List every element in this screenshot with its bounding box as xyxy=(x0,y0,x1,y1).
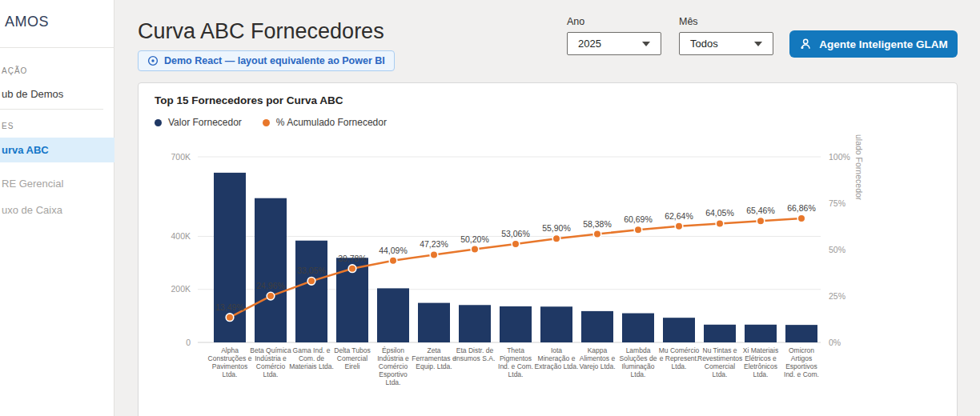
right-axis-tick-label: 50% xyxy=(829,245,845,254)
legend-dot-navy xyxy=(155,119,162,126)
page-title: Curva ABC Fornecedores xyxy=(138,19,384,44)
x-axis-category-label: Delta Tubos Comercial Eireli xyxy=(330,346,375,370)
data-label: 58,38% xyxy=(583,219,612,229)
bar[interactable] xyxy=(500,306,532,342)
agent-inteligente-glam-button[interactable]: Agente Inteligente GLAM xyxy=(789,30,958,58)
bar[interactable] xyxy=(622,314,654,342)
agent-person-icon xyxy=(799,38,812,50)
bar[interactable] xyxy=(663,318,695,342)
bar[interactable] xyxy=(418,303,450,342)
line-point-marker[interactable] xyxy=(757,217,765,225)
line-point-marker[interactable] xyxy=(430,251,438,259)
pareto-chart: 700K400K200K0100%75%50%25%0%ulado Fornec… xyxy=(139,131,958,416)
demo-info-badge: Demo React — layout equivalente ao Power… xyxy=(138,50,395,71)
line-point-marker[interactable] xyxy=(634,226,642,234)
left-axis-tick-label: 0 xyxy=(186,338,191,347)
data-label: 13,49% xyxy=(215,302,244,312)
chevron-down-icon xyxy=(754,42,762,46)
left-axis-tick-label: 700K xyxy=(171,152,191,162)
year-select[interactable]: 2025 xyxy=(567,32,661,55)
x-axis-category-label: Gama Ind. e Com. de Materiais Ltda. xyxy=(289,346,334,370)
bar[interactable] xyxy=(745,325,777,342)
x-axis-category-label: Épsilon Indústria e Comércio Esportivo L… xyxy=(371,346,416,386)
x-axis-category-label: Zeta Ferramentas e Equip. Ltda. xyxy=(412,346,456,370)
data-label: 33,05% xyxy=(297,266,326,275)
line-point-marker[interactable] xyxy=(512,240,520,248)
info-icon xyxy=(147,55,159,66)
data-label: 60,69% xyxy=(624,214,653,224)
x-axis-category-label: Mu Comércio e Represent. Ltda. xyxy=(657,346,701,370)
right-axis-tick-label: 0% xyxy=(829,338,841,347)
sidebar-section-reports: ES xyxy=(2,122,14,130)
year-select-value: 2025 xyxy=(578,38,601,50)
chart-card: Top 15 Fornecedores por Curva ABC Valor … xyxy=(138,82,958,416)
sidebar-item-dre-gerencial[interactable]: RE Gerencial xyxy=(0,178,114,190)
month-filter-label: Mês xyxy=(679,16,698,27)
x-axis-category-label: Lambda Soluções de Iluminação Ltda. xyxy=(616,346,661,378)
legend-item-valor-fornecedor[interactable]: Valor Fornecedor xyxy=(155,117,242,128)
agent-button-label: Agente Inteligente GLAM xyxy=(819,38,948,50)
month-select-value: Todos xyxy=(690,38,718,50)
x-axis-category-label: Eta Distr. de Insumos S.A. xyxy=(452,346,497,362)
data-label: 39,78% xyxy=(338,254,367,263)
x-axis-category-label: Alpha Construções e Pavimentos Ltda. xyxy=(207,346,252,378)
bar[interactable] xyxy=(295,241,327,342)
data-label: 64,05% xyxy=(705,208,734,218)
bar[interactable] xyxy=(377,288,409,342)
sidebar-item-curva-abc[interactable]: urva ABC xyxy=(0,138,114,162)
bar[interactable] xyxy=(704,325,736,342)
sidebar-divider xyxy=(0,109,103,110)
line-point-marker[interactable] xyxy=(348,265,356,273)
bar[interactable] xyxy=(540,306,572,342)
sidebar: AMOS AÇÃO ub de Demos ES urva ABC RE Ger… xyxy=(0,0,114,416)
x-axis-category-label: Nu Tintas e Revestimentos Comercial Ltda… xyxy=(697,346,742,378)
sidebar-divider xyxy=(0,47,114,48)
data-label: 53,06% xyxy=(501,229,530,238)
line-point-marker[interactable] xyxy=(716,220,724,228)
data-label: 55,90% xyxy=(542,223,571,233)
sidebar-section-navigation: AÇÃO xyxy=(2,66,27,75)
data-label: 66,86% xyxy=(787,203,816,213)
sidebar-item-fluxo-de-caixa[interactable]: uxo de Caixa xyxy=(0,204,114,216)
x-axis-category-label: Theta Pigmentos Ind. e Com. Ltda. xyxy=(493,346,538,378)
data-label: 50,20% xyxy=(460,234,489,244)
bar[interactable] xyxy=(255,198,287,342)
line-point-marker[interactable] xyxy=(593,230,601,238)
bar[interactable] xyxy=(581,311,613,342)
data-label: 62,64% xyxy=(665,211,693,221)
line-point-marker[interactable] xyxy=(389,257,397,265)
bar[interactable] xyxy=(785,325,817,342)
line-point-marker[interactable] xyxy=(307,278,315,286)
year-filter-label: Ano xyxy=(567,16,584,27)
chart-title: Top 15 Fornecedores por Curva ABC xyxy=(155,94,343,106)
x-axis-category-label: Kappa Alimentos e Varejo Ltda. xyxy=(575,346,620,370)
right-axis-title: ulado Fornecedor xyxy=(854,134,864,201)
data-label: 47,23% xyxy=(420,239,448,249)
left-axis-tick-label: 200K xyxy=(171,284,191,294)
x-axis-category-label: Xi Materiais Elétricos e Eletrônicos Ltd… xyxy=(738,346,783,378)
x-axis-category-label: Omicron Artigos Esportivos Ind. e Com. xyxy=(779,346,824,378)
right-axis-tick-label: 100% xyxy=(829,152,850,162)
sidebar-item-hub-de-demos[interactable]: ub de Demos xyxy=(0,88,114,100)
line-point-marker[interactable] xyxy=(552,235,560,243)
legend-label: Valor Fornecedor xyxy=(168,117,242,128)
month-select[interactable]: Todos xyxy=(679,32,773,55)
chart-legend: Valor Fornecedor % Acumulado Fornecedor xyxy=(155,117,387,128)
x-axis-category-label: Iota Mineração e Extração Ltda. xyxy=(534,346,579,370)
line-point-marker[interactable] xyxy=(471,246,479,254)
badge-label: Demo React — layout equivalente ao Power… xyxy=(164,55,385,66)
right-axis-tick-label: 25% xyxy=(829,291,845,301)
data-label: 44,09% xyxy=(379,246,408,255)
legend-item-acumulado[interactable]: % Acumulado Fornecedor xyxy=(263,117,387,128)
brand-logo-text: AMOS xyxy=(5,14,49,30)
bar[interactable] xyxy=(459,305,491,342)
legend-label: % Acumulado Fornecedor xyxy=(276,117,387,128)
line-point-marker[interactable] xyxy=(675,222,683,230)
line-point-marker[interactable] xyxy=(226,314,234,322)
line-point-marker[interactable] xyxy=(267,292,275,300)
line-point-marker[interactable] xyxy=(797,214,805,222)
legend-dot-orange xyxy=(263,119,270,126)
right-axis-tick-label: 75% xyxy=(829,198,845,208)
x-axis-category-label: Beta Química Indústria e Comércio Ltda. xyxy=(248,346,293,378)
chevron-down-icon xyxy=(642,42,650,46)
